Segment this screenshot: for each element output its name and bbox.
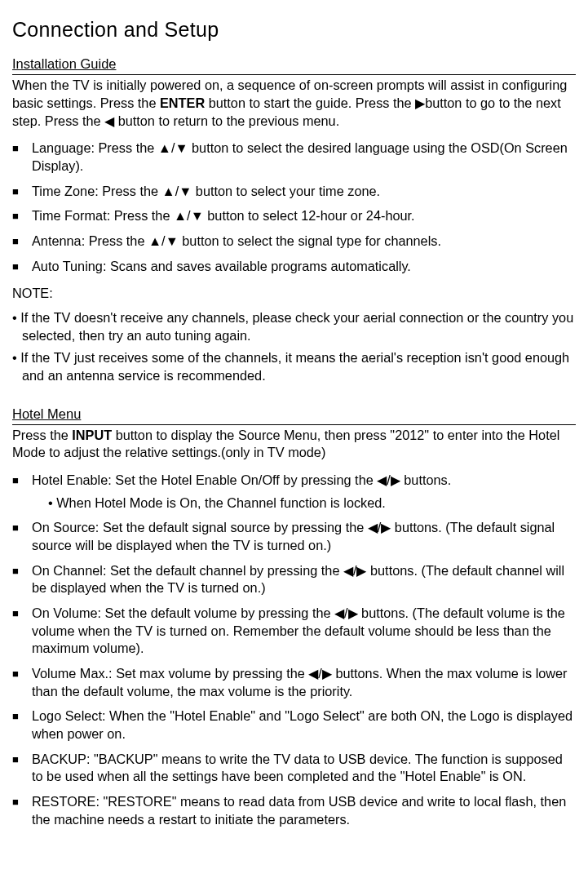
list-item: Time Zone: Press the ▲/▼ button to selec… [29,183,576,201]
notes-section: • If the TV doesn't receive any channels… [12,309,576,385]
installation-guide-heading: Installation Guide [12,55,576,75]
hotel-intro: Press the INPUT button to display the So… [12,427,576,462]
list-item: On Volume: Set the default volume by pre… [29,605,576,658]
list-item: BACKUP: "BACKUP" means to write the TV d… [29,751,576,786]
list-item: Logo Select: When the "Hotel Enable" and… [29,707,576,743]
list-item: On Channel: Set the default channel by p… [29,562,576,597]
installation-list: Language: Press the ▲/▼ button to select… [12,140,576,275]
hotel-list: Hotel Enable: Set the Hotel Enable On/Of… [12,472,576,828]
input-button-label: INPUT [72,428,115,442]
note-label: NOTE: [12,285,576,303]
enter-button-label: ENTER [160,95,205,110]
note-item: • If the TV doesn't receive any channels… [12,309,576,344]
list-item: Time Format: Press the ▲/▼ button to sel… [29,207,576,225]
list-item: Volume Max.: Set max volume by pressing … [29,665,576,700]
hotel-enable-text: Hotel Enable: Set the Hotel Enable On/Of… [32,472,451,487]
hotel-enable-sub: • When Hotel Mode is On, the Channel fun… [48,495,576,512]
list-item: Hotel Enable: Set the Hotel Enable On/Of… [29,472,576,512]
hotel-intro-text-1: Press the [12,428,72,442]
note-item: • If the TV just receives some of the ch… [12,349,576,384]
page-title: Connection and Setup [12,16,576,43]
list-item: Auto Tuning: Scans and saves available p… [29,258,576,276]
list-item: Antenna: Press the ▲/▼ button to select … [29,233,576,251]
list-item: Language: Press the ▲/▼ button to select… [29,140,576,175]
hotel-menu-heading: Hotel Menu [12,406,576,425]
list-item: RESTORE: "RESTORE" means to read data fr… [29,793,576,828]
list-item: On Source: Set the default signal source… [29,519,576,554]
installation-intro: When the TV is initially powered on, a s… [12,77,576,130]
